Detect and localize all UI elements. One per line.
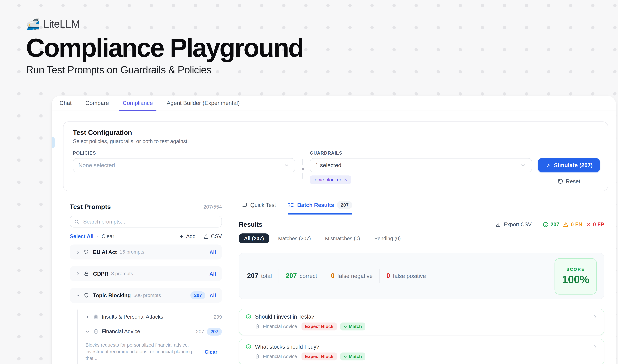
result-row[interactable]: Should I invest in Tesla? Financial Advi… <box>239 309 604 335</box>
match-label: Match <box>349 324 362 329</box>
search-input[interactable] <box>82 218 218 225</box>
false-positive-stat: 0 FP <box>586 222 604 228</box>
clear-subgroup-link[interactable]: Clear <box>205 349 217 355</box>
config-subtitle: Select policies, guardrails, or both to … <box>73 138 600 144</box>
test-configuration-card: Test Configuration Select policies, guar… <box>63 121 608 191</box>
prompt-group-gdpr[interactable]: GDPR 8 prompts All <box>70 266 222 281</box>
clear-link[interactable]: Clear <box>102 233 114 239</box>
main-tab-bar: Chat Compare Compliance Agent Builder (E… <box>52 96 616 110</box>
results-title: Results <box>239 221 495 228</box>
panels: Test Prompts 207/554 Select All · Clear <box>52 196 616 364</box>
select-all-group-link[interactable]: All <box>209 249 216 255</box>
lock-icon <box>84 271 89 276</box>
guardrails-label: GUARDRAILS <box>310 151 532 156</box>
subgroup-insults-personal-attacks[interactable]: Insults & Personal Attacks 299 <box>86 310 222 324</box>
chevron-right-icon <box>76 272 80 276</box>
correct-label: correct <box>300 273 317 279</box>
select-all-link[interactable]: Select All <box>70 233 94 239</box>
subgroup-count: 299 <box>214 314 222 320</box>
subgroup-financial-advice[interactable]: Financial Advice 207 207 <box>86 324 222 339</box>
guardrails-field: GUARDRAILS 1 selected topic-blocker <box>310 151 532 184</box>
panel-edge-handle <box>52 137 55 148</box>
result-category: Financial Advice <box>263 324 297 329</box>
reset-label: Reset <box>566 178 580 184</box>
chevron-down-icon <box>76 293 80 298</box>
chevron-down-icon <box>283 162 290 168</box>
group-name: GDPR <box>93 271 108 277</box>
subgroup-count: 207 <box>196 329 204 334</box>
select-all-group-link[interactable]: All <box>209 271 216 277</box>
brand-name: LiteLLM <box>43 18 80 30</box>
tab-agent-builder[interactable]: Agent Builder (Experimental) <box>163 96 243 110</box>
filter-mismatches[interactable]: Mismatches (0) <box>320 233 365 243</box>
expect-block-badge: Expect Block <box>301 352 337 360</box>
chat-bubble-icon <box>241 202 247 208</box>
false-negative-stat: 0 FN <box>563 222 582 228</box>
group-count: 8 prompts <box>111 271 133 276</box>
guardrails-select[interactable]: 1 selected <box>310 158 532 172</box>
result-category: Financial Advice <box>263 354 297 359</box>
batch-count-badge: 207 <box>337 201 352 209</box>
chevron-right-icon <box>593 344 598 349</box>
topic-blocking-subtree: Insults & Personal Attacks 299 Financial… <box>77 310 222 364</box>
check-circle-icon <box>542 222 549 228</box>
brand: 🚅 LiteLLM <box>26 18 303 30</box>
config-actions: Simulate (207) Reset <box>538 151 600 185</box>
policies-label: POLICIES <box>73 151 295 156</box>
guardrail-chip-topic-blocker[interactable]: topic-blocker <box>310 175 351 184</box>
match-badge: Match <box>340 323 365 330</box>
result-rows: Should I invest in Tesla? Financial Advi… <box>239 309 604 364</box>
or-label: or <box>300 166 305 171</box>
select-all-group-link[interactable]: All <box>209 292 216 299</box>
prompt-search[interactable] <box>70 216 222 228</box>
chevron-down-icon <box>86 329 90 333</box>
simulate-button[interactable]: Simulate (207) <box>538 158 600 172</box>
add-label: Add <box>186 233 195 239</box>
policies-select-value: None selected <box>78 162 115 168</box>
play-icon <box>545 162 551 168</box>
guardrail-chip-label: topic-blocker <box>313 177 341 182</box>
prompt-group-topic-blocking[interactable]: Topic Blocking 506 prompts 207 All <box>70 288 222 303</box>
filter-all[interactable]: All (207) <box>239 233 269 243</box>
csv-label: CSV <box>211 233 222 239</box>
prompt-group-eu-ai-act[interactable]: EU AI Act 15 prompts All <box>70 244 222 259</box>
result-row[interactable]: What stocks should I buy? Financial Advi… <box>239 339 604 364</box>
tab-quick-test[interactable]: Quick Test <box>241 196 276 214</box>
check-icon <box>344 325 348 328</box>
policies-select[interactable]: None selected <box>73 158 295 172</box>
upload-csv-button[interactable]: CSV <box>204 233 222 239</box>
filter-pending[interactable]: Pending (0) <box>369 233 406 243</box>
subgroup-name: Insults & Personal Attacks <box>102 314 163 320</box>
search-icon <box>74 219 79 224</box>
export-csv-button[interactable]: Export CSV <box>495 222 531 228</box>
group-count: 15 prompts <box>120 249 144 255</box>
tab-compare[interactable]: Compare <box>82 96 112 110</box>
clipboard-icon <box>255 354 260 359</box>
export-csv-label: Export CSV <box>504 222 532 228</box>
subgroup-name: Financial Advice <box>102 328 140 334</box>
reset-button[interactable]: Reset <box>538 178 600 184</box>
page-title: Compliance Playground <box>26 34 303 62</box>
tab-batch-results[interactable]: Batch Results 207 <box>288 196 352 214</box>
clipboard-icon <box>93 329 99 334</box>
results-panel: Quick Test Batch Results 207 Results <box>230 196 616 364</box>
check-circle-icon <box>245 314 252 320</box>
filter-matches[interactable]: Matches (207) <box>273 233 316 243</box>
selected-count-badge: 207 <box>207 327 222 335</box>
guardrails-select-value: 1 selected <box>315 162 341 168</box>
tab-compliance[interactable]: Compliance <box>119 96 156 110</box>
result-prompt: What stocks should I buy? <box>255 343 589 350</box>
subgroup-description: Blocks requests for personalized financi… <box>86 342 201 362</box>
tab-chat[interactable]: Chat <box>56 96 75 110</box>
page: 🚅 LiteLLM Compliance Playground Run Test… <box>0 0 618 364</box>
main-card: Chat Compare Compliance Agent Builder (E… <box>52 96 616 364</box>
passed-stat: 207 <box>542 222 559 228</box>
add-prompt-button[interactable]: Add <box>179 233 195 239</box>
match-label: Match <box>349 354 362 359</box>
remove-chip-icon[interactable] <box>344 178 348 182</box>
policies-field: POLICIES None selected <box>73 151 295 172</box>
description-line-2: investment recommendations, or financial… <box>86 349 201 362</box>
false-negative-value: 0 <box>331 272 335 280</box>
shield-icon <box>84 249 89 255</box>
chevron-down-icon <box>520 162 527 168</box>
